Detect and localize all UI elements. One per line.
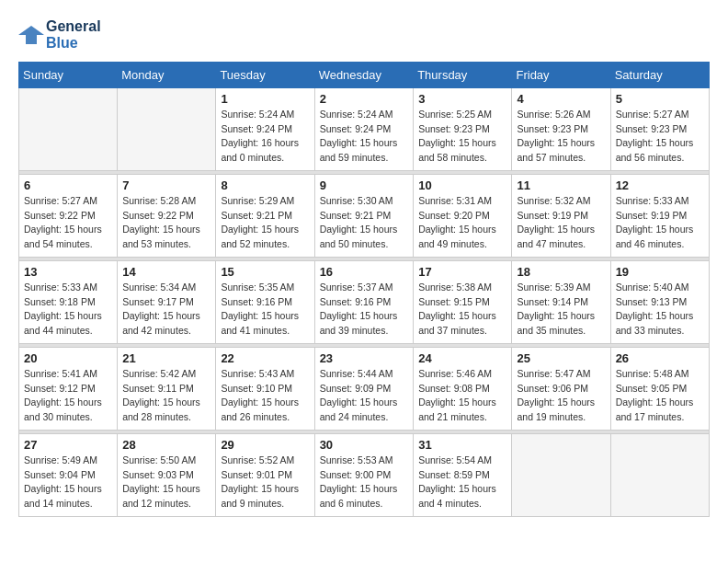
sunset-text: Sunset: 9:18 PM <box>24 295 112 310</box>
sunrise-text: Sunrise: 5:24 AM <box>320 108 409 122</box>
day-number: 31 <box>418 438 506 452</box>
day-number: 11 <box>517 178 605 192</box>
sunset-text: Sunset: 9:19 PM <box>616 209 704 224</box>
daylight-text: Daylight: 15 hours and 6 minutes. <box>320 482 409 511</box>
day-number: 10 <box>418 178 506 192</box>
calendar-cell: 11Sunrise: 5:32 AMSunset: 9:19 PMDayligh… <box>512 174 610 257</box>
day-number: 12 <box>616 178 704 192</box>
daylight-text: Daylight: 15 hours and 44 minutes. <box>24 309 112 339</box>
daylight-text: Daylight: 15 hours and 21 minutes. <box>418 396 506 425</box>
calendar-cell: 15Sunrise: 5:35 AMSunset: 9:16 PMDayligh… <box>216 260 314 343</box>
sunset-text: Sunset: 9:17 PM <box>122 295 210 310</box>
calendar-header-monday: Monday <box>118 62 216 87</box>
daylight-text: Daylight: 15 hours and 30 minutes. <box>24 396 112 425</box>
calendar-cell: 5Sunrise: 5:27 AMSunset: 9:23 PMDaylight… <box>610 87 709 170</box>
calendar-cell: 25Sunrise: 5:47 AMSunset: 9:06 PMDayligh… <box>512 347 610 430</box>
sunrise-text: Sunrise: 5:46 AM <box>418 367 506 382</box>
day-number: 22 <box>221 351 309 365</box>
calendar-cell: 26Sunrise: 5:48 AMSunset: 9:05 PMDayligh… <box>610 347 709 430</box>
day-info: Sunrise: 5:33 AMSunset: 9:19 PMDaylight:… <box>616 194 704 252</box>
sunset-text: Sunset: 9:22 PM <box>24 209 112 224</box>
day-number: 29 <box>221 438 309 452</box>
day-info: Sunrise: 5:34 AMSunset: 9:17 PMDaylight:… <box>122 281 210 339</box>
sunset-text: Sunset: 9:23 PM <box>517 122 605 137</box>
calendar-cell: 13Sunrise: 5:33 AMSunset: 9:18 PMDayligh… <box>19 260 118 343</box>
calendar-cell: 14Sunrise: 5:34 AMSunset: 9:17 PMDayligh… <box>118 260 216 343</box>
calendar-cell: 29Sunrise: 5:52 AMSunset: 9:01 PMDayligh… <box>216 433 314 516</box>
day-number: 20 <box>24 351 112 365</box>
day-info: Sunrise: 5:50 AMSunset: 9:03 PMDaylight:… <box>122 454 210 511</box>
day-info: Sunrise: 5:27 AMSunset: 9:23 PMDaylight:… <box>616 108 704 166</box>
day-info: Sunrise: 5:54 AMSunset: 8:59 PMDaylight:… <box>418 454 506 511</box>
logo-line2: Blue <box>46 35 101 52</box>
calendar-cell: 17Sunrise: 5:38 AMSunset: 9:15 PMDayligh… <box>414 260 512 343</box>
daylight-text: Daylight: 15 hours and 28 minutes. <box>122 396 210 425</box>
calendar-cell: 27Sunrise: 5:49 AMSunset: 9:04 PMDayligh… <box>19 433 118 516</box>
day-info: Sunrise: 5:32 AMSunset: 9:19 PMDaylight:… <box>517 194 605 252</box>
calendar-cell: 20Sunrise: 5:41 AMSunset: 9:12 PMDayligh… <box>19 347 118 430</box>
calendar-cell: 16Sunrise: 5:37 AMSunset: 9:16 PMDayligh… <box>314 260 414 343</box>
day-number: 25 <box>517 351 605 365</box>
daylight-text: Daylight: 15 hours and 35 minutes. <box>517 309 605 339</box>
calendar-week-row: 27Sunrise: 5:49 AMSunset: 9:04 PMDayligh… <box>19 433 710 516</box>
day-info: Sunrise: 5:29 AMSunset: 9:21 PMDaylight:… <box>221 194 309 252</box>
daylight-text: Daylight: 15 hours and 57 minutes. <box>517 136 605 166</box>
daylight-text: Daylight: 15 hours and 42 minutes. <box>122 309 210 339</box>
daylight-text: Daylight: 15 hours and 58 minutes. <box>418 136 506 166</box>
calendar-cell: 31Sunrise: 5:54 AMSunset: 8:59 PMDayligh… <box>414 433 512 516</box>
calendar-cell: 2Sunrise: 5:24 AMSunset: 9:24 PMDaylight… <box>314 87 414 170</box>
sunrise-text: Sunrise: 5:37 AM <box>320 281 409 295</box>
daylight-text: Daylight: 15 hours and 49 minutes. <box>418 223 506 252</box>
sunrise-text: Sunrise: 5:44 AM <box>320 367 409 382</box>
calendar-week-row: 13Sunrise: 5:33 AMSunset: 9:18 PMDayligh… <box>19 260 710 343</box>
calendar: SundayMondayTuesdayWednesdayThursdayFrid… <box>18 62 710 517</box>
sunset-text: Sunset: 9:23 PM <box>418 122 506 137</box>
day-info: Sunrise: 5:25 AMSunset: 9:23 PMDaylight:… <box>418 108 506 166</box>
calendar-cell: 6Sunrise: 5:27 AMSunset: 9:22 PMDaylight… <box>19 174 118 257</box>
calendar-header-row: SundayMondayTuesdayWednesdayThursdayFrid… <box>19 62 710 87</box>
daylight-text: Daylight: 15 hours and 53 minutes. <box>122 223 210 252</box>
calendar-cell: 12Sunrise: 5:33 AMSunset: 9:19 PMDayligh… <box>610 174 709 257</box>
day-number: 21 <box>122 351 210 365</box>
sunset-text: Sunset: 9:24 PM <box>320 122 409 137</box>
sunrise-text: Sunrise: 5:34 AM <box>122 281 210 295</box>
daylight-text: Daylight: 15 hours and 56 minutes. <box>616 136 704 166</box>
day-info: Sunrise: 5:28 AMSunset: 9:22 PMDaylight:… <box>122 194 210 252</box>
day-info: Sunrise: 5:35 AMSunset: 9:16 PMDaylight:… <box>221 281 309 339</box>
calendar-cell: 21Sunrise: 5:42 AMSunset: 9:11 PMDayligh… <box>118 347 216 430</box>
calendar-cell: 4Sunrise: 5:26 AMSunset: 9:23 PMDaylight… <box>512 87 610 170</box>
daylight-text: Daylight: 15 hours and 41 minutes. <box>221 309 309 339</box>
calendar-cell <box>19 87 118 170</box>
day-info: Sunrise: 5:26 AMSunset: 9:23 PMDaylight:… <box>517 108 605 166</box>
sunrise-text: Sunrise: 5:47 AM <box>517 367 605 382</box>
day-info: Sunrise: 5:41 AMSunset: 9:12 PMDaylight:… <box>24 367 112 425</box>
daylight-text: Daylight: 15 hours and 17 minutes. <box>616 396 704 425</box>
sunset-text: Sunset: 9:22 PM <box>122 209 210 224</box>
sunrise-text: Sunrise: 5:49 AM <box>24 454 112 468</box>
daylight-text: Daylight: 15 hours and 24 minutes. <box>320 396 409 425</box>
daylight-text: Daylight: 15 hours and 26 minutes. <box>221 396 309 425</box>
day-number: 8 <box>221 178 309 192</box>
day-number: 16 <box>320 265 409 279</box>
sunrise-text: Sunrise: 5:30 AM <box>320 194 409 209</box>
sunrise-text: Sunrise: 5:52 AM <box>221 454 309 468</box>
sunset-text: Sunset: 9:16 PM <box>221 295 309 310</box>
day-info: Sunrise: 5:30 AMSunset: 9:21 PMDaylight:… <box>320 194 409 252</box>
day-number: 23 <box>320 351 409 365</box>
daylight-text: Daylight: 15 hours and 50 minutes. <box>320 223 409 252</box>
calendar-week-row: 6Sunrise: 5:27 AMSunset: 9:22 PMDaylight… <box>19 174 710 257</box>
calendar-week-row: 20Sunrise: 5:41 AMSunset: 9:12 PMDayligh… <box>19 347 710 430</box>
calendar-week-row: 1Sunrise: 5:24 AMSunset: 9:24 PMDaylight… <box>19 87 710 170</box>
sunset-text: Sunset: 9:11 PM <box>122 382 210 396</box>
day-info: Sunrise: 5:53 AMSunset: 9:00 PMDaylight:… <box>320 454 409 511</box>
sunset-text: Sunset: 9:16 PM <box>320 295 409 310</box>
day-info: Sunrise: 5:38 AMSunset: 9:15 PMDaylight:… <box>418 281 506 339</box>
day-number: 17 <box>418 265 506 279</box>
logo: General Blue <box>18 18 101 52</box>
day-number: 7 <box>122 178 210 192</box>
day-number: 18 <box>517 265 605 279</box>
day-info: Sunrise: 5:52 AMSunset: 9:01 PMDaylight:… <box>221 454 309 511</box>
calendar-cell: 3Sunrise: 5:25 AMSunset: 9:23 PMDaylight… <box>414 87 512 170</box>
sunset-text: Sunset: 8:59 PM <box>418 468 506 483</box>
calendar-cell <box>610 433 709 516</box>
